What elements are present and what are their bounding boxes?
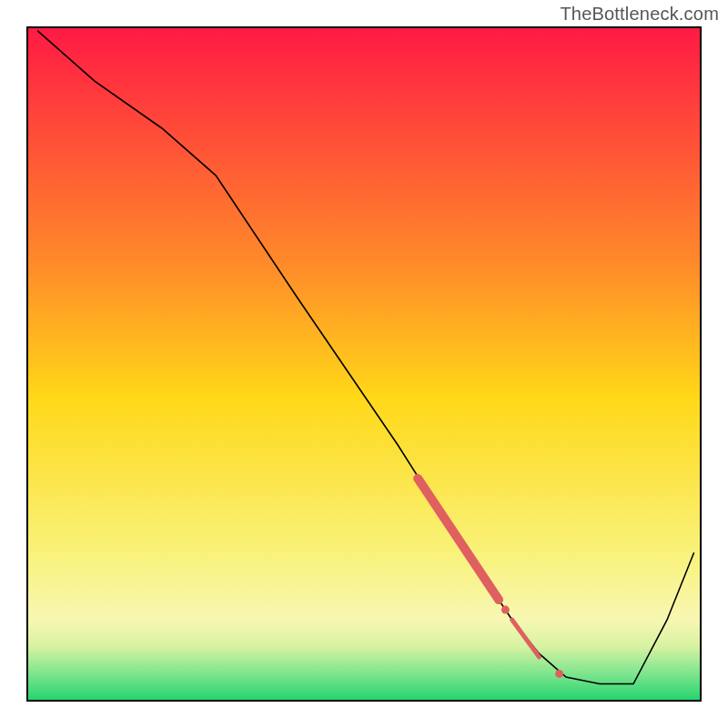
point-highlight-dot-1 bbox=[501, 606, 510, 614]
plot-area-gradient bbox=[27, 27, 701, 701]
bottleneck-chart bbox=[0, 0, 728, 728]
chart-container: TheBottleneck.com bbox=[0, 0, 728, 728]
point-highlight-dot-2 bbox=[555, 670, 563, 678]
